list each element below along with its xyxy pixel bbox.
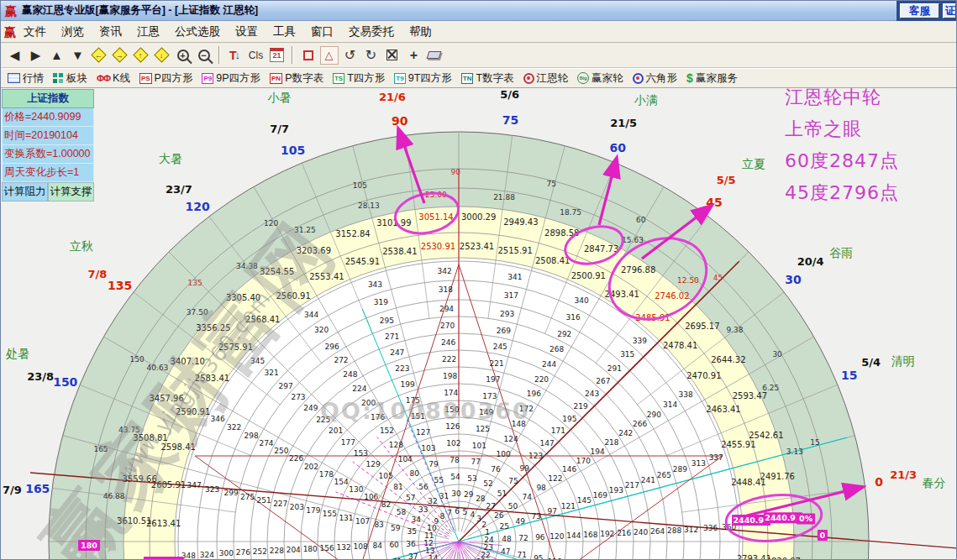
svg-text:90: 90 bbox=[392, 114, 408, 128]
clipped-button[interactable]: 证 bbox=[943, 3, 956, 18]
menu-item[interactable]: 资讯 bbox=[92, 22, 129, 42]
svg-text:132: 132 bbox=[337, 543, 351, 552]
svg-text:341: 341 bbox=[507, 273, 522, 281]
svg-text:266: 266 bbox=[633, 420, 647, 428]
svg-text:146: 146 bbox=[562, 465, 576, 474]
svg-text:171: 171 bbox=[551, 427, 565, 435]
step-down-icon[interactable]: ↓ bbox=[151, 45, 172, 65]
menu-item[interactable]: 公式选股 bbox=[167, 22, 228, 42]
svg-text:147: 147 bbox=[539, 439, 554, 447]
svg-text:7: 7 bbox=[447, 509, 452, 517]
svg-text:180: 180 bbox=[81, 541, 97, 550]
view-t-square[interactable]: TST四方形 bbox=[333, 71, 385, 86]
svg-text:156: 156 bbox=[320, 544, 334, 552]
p-square-label: P四方形 bbox=[155, 71, 193, 86]
view-gann-wheel[interactable]: 江恩轮 bbox=[523, 71, 569, 86]
svg-text:271: 271 bbox=[385, 332, 399, 341]
svg-text:2695.17: 2695.17 bbox=[685, 322, 719, 331]
nav-right-icon[interactable]: ▶ bbox=[25, 45, 46, 65]
view-winner-service[interactable]: $赢家服务 bbox=[686, 71, 738, 86]
view-t-table[interactable]: TNT数字表 bbox=[461, 71, 514, 86]
menu-item[interactable]: 江恩 bbox=[129, 22, 167, 42]
svg-text:2644.32: 2644.32 bbox=[711, 355, 745, 364]
svg-text:49: 49 bbox=[516, 517, 526, 526]
view-9p-square[interactable]: P99P四方形 bbox=[202, 71, 260, 86]
svg-text:125: 125 bbox=[476, 425, 490, 433]
step-left-icon[interactable]: ← bbox=[88, 45, 109, 65]
svg-text:251: 251 bbox=[257, 496, 271, 505]
view-quotes[interactable]: 行情 bbox=[8, 71, 44, 86]
zoom-in-icon[interactable]: + bbox=[172, 45, 193, 65]
view-9t-square[interactable]: T99T四方形 bbox=[394, 71, 451, 86]
view-p-square[interactable]: PSP四方形 bbox=[139, 71, 193, 86]
menu-item[interactable]: 交易委托 bbox=[341, 22, 402, 42]
svg-text:23/7: 23/7 bbox=[166, 183, 192, 196]
svg-text:218: 218 bbox=[604, 438, 618, 447]
step-right-icon[interactable]: → bbox=[109, 45, 130, 65]
svg-text:51: 51 bbox=[497, 489, 507, 498]
svg-text:3000.29: 3000.29 bbox=[461, 212, 496, 222]
rotate-ccw-icon[interactable]: ↺ bbox=[339, 45, 360, 65]
cls-icon[interactable]: Cls bbox=[245, 45, 266, 65]
delete-box-icon[interactable] bbox=[381, 45, 402, 65]
view-kline[interactable]: ΦΦK线 bbox=[97, 71, 130, 86]
menu-item[interactable]: 文件 bbox=[16, 22, 54, 42]
svg-text:75: 75 bbox=[502, 113, 518, 127]
svg-text:15.63: 15.63 bbox=[622, 236, 644, 244]
svg-text:3152.84: 3152.84 bbox=[335, 229, 370, 238]
svg-text:105: 105 bbox=[281, 144, 305, 157]
menu-item[interactable]: 工具 bbox=[266, 22, 303, 42]
svg-text:78: 78 bbox=[450, 456, 460, 464]
svg-text:274: 274 bbox=[259, 439, 273, 447]
t-down-icon[interactable]: T↓ bbox=[224, 45, 245, 65]
svg-text:198: 198 bbox=[443, 372, 457, 380]
svg-text:28: 28 bbox=[476, 495, 486, 503]
view-winner-wheel[interactable]: Big赢家轮 bbox=[577, 71, 623, 86]
calendar-icon[interactable]: 21 bbox=[266, 45, 287, 65]
svg-text:130: 130 bbox=[349, 485, 363, 494]
svg-text:清明: 清明 bbox=[891, 354, 914, 368]
svg-text:55: 55 bbox=[434, 476, 443, 484]
view-hexagon[interactable]: 六角形 bbox=[633, 71, 678, 86]
menu-logo-icon: 赢 bbox=[4, 25, 16, 39]
nav-left-icon[interactable]: ◀ bbox=[4, 45, 25, 65]
center-cross-icon[interactable]: + bbox=[402, 45, 423, 65]
svg-text:250: 250 bbox=[274, 447, 288, 455]
svg-text:294: 294 bbox=[439, 305, 454, 313]
svg-text:2542.61: 2542.61 bbox=[749, 431, 783, 440]
calc-resistance-button[interactable]: 计算阻力 bbox=[2, 182, 48, 201]
menu-item[interactable]: 窗口 bbox=[303, 22, 341, 42]
svg-text:95: 95 bbox=[534, 554, 543, 559]
svg-text:0: 0 bbox=[875, 475, 883, 489]
nav-down-icon[interactable]: ▼ bbox=[67, 45, 88, 65]
svg-text:270: 270 bbox=[440, 322, 455, 330]
svg-text:76: 76 bbox=[491, 465, 501, 474]
svg-text:268: 268 bbox=[549, 345, 564, 353]
svg-text:323: 323 bbox=[205, 485, 219, 494]
view-p-table[interactable]: PNP数字表 bbox=[270, 71, 323, 86]
svg-text:5: 5 bbox=[463, 508, 468, 516]
triangle-tool-icon[interactable]: △ bbox=[318, 45, 339, 65]
winner-wheel-icon: Big bbox=[577, 72, 589, 84]
menu-item[interactable]: 设置 bbox=[228, 22, 266, 42]
square-tool-icon[interactable] bbox=[297, 45, 318, 65]
menu-item[interactable]: 帮助 bbox=[402, 22, 439, 42]
svg-text:295: 295 bbox=[380, 317, 394, 325]
svg-text:216: 216 bbox=[617, 529, 631, 537]
titlebar-right: 客服 证 bbox=[897, 1, 956, 21]
rotate-cw-icon[interactable]: ↻ bbox=[360, 45, 381, 65]
view-sectors[interactable]: 板块 bbox=[53, 71, 87, 86]
menu-item[interactable]: 浏览 bbox=[54, 22, 92, 42]
eraser-icon[interactable] bbox=[423, 45, 444, 65]
svg-text:296: 296 bbox=[325, 343, 339, 351]
svg-text:219: 219 bbox=[574, 402, 588, 411]
nav-up-icon[interactable]: ▲ bbox=[46, 45, 67, 65]
svg-text:107: 107 bbox=[355, 517, 370, 526]
customer-service-button[interactable]: 客服 bbox=[900, 3, 939, 18]
calc-support-button[interactable]: 计算支撑 bbox=[48, 182, 94, 201]
gann-wheel-canvas[interactable]: 1234567891011121314152021222324252627282… bbox=[1, 88, 956, 559]
svg-text:121: 121 bbox=[561, 502, 576, 510]
zoom-out-icon[interactable]: − bbox=[193, 45, 214, 65]
svg-text:2455.91: 2455.91 bbox=[721, 440, 755, 449]
step-up-icon[interactable]: ↑ bbox=[130, 45, 151, 65]
